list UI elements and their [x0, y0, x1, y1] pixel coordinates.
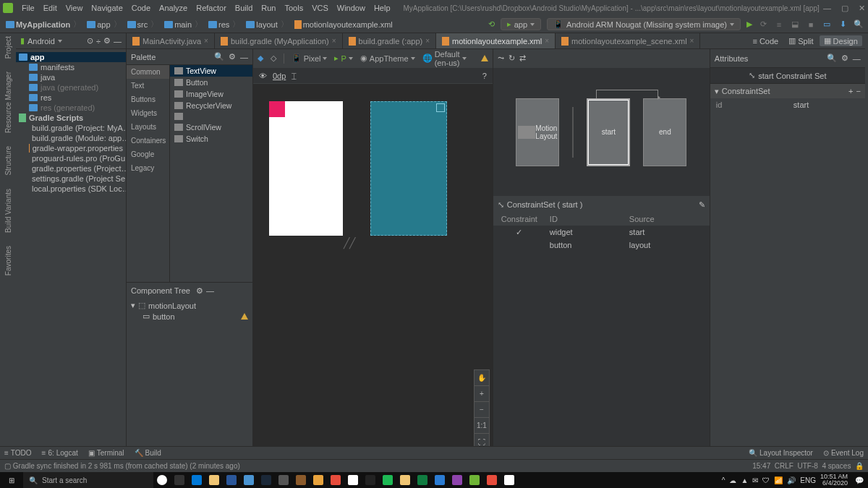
palette-item[interactable]: ScrollView	[170, 121, 252, 133]
tray-icon[interactable]: 🛡	[762, 476, 770, 484]
cs-table-row[interactable]: ✓ widget start	[493, 226, 710, 239]
tool-build[interactable]: 🔨 Build	[135, 449, 161, 457]
blueprint-button[interactable]	[436, 103, 445, 112]
run-icon[interactable]: ▶	[746, 20, 752, 29]
attr-section-header[interactable]: ▾ConstraintSet +−	[710, 84, 865, 98]
editor-tab[interactable]: motionlayoutexample.xml×	[436, 33, 556, 48]
dp-label[interactable]: 0dp	[273, 72, 286, 80]
attr-row[interactable]: id start	[710, 98, 865, 111]
crumb[interactable]: src〉	[126, 19, 162, 30]
close-icon[interactable]: ×	[332, 37, 336, 45]
status-charset[interactable]: UTF-8	[798, 462, 818, 470]
lock-icon[interactable]: 🔒	[855, 462, 864, 470]
close-icon[interactable]: ×	[425, 37, 430, 45]
taskbar-clock[interactable]: 10:51 AM 6/4/2020	[820, 474, 851, 487]
menu-edit[interactable]: Edit	[39, 4, 61, 12]
tray-icon[interactable]: ✉	[752, 476, 758, 484]
project-node[interactable]: manifests	[16, 62, 126, 72]
menu-help[interactable]: Help	[370, 4, 395, 12]
project-node[interactable]: proguard-rules.pro (ProGu…	[16, 153, 126, 163]
tray-icon[interactable]: ▲	[741, 476, 748, 484]
help-icon[interactable]: ?	[482, 72, 487, 80]
palette-category[interactable]: Layouts	[127, 120, 169, 134]
hide-icon[interactable]: —	[114, 37, 122, 46]
remove-icon[interactable]: −	[856, 87, 860, 95]
palette-category[interactable]: Legacy	[127, 161, 169, 175]
status-encoding[interactable]: CRLF	[775, 462, 793, 470]
palette-item[interactable]: Button	[170, 77, 252, 88]
palette-item[interactable]	[170, 111, 252, 121]
hide-icon[interactable]: —	[240, 53, 248, 61]
tool-logcat[interactable]: ≡ 6: Logcat	[42, 449, 78, 457]
eye-icon[interactable]: 👁	[259, 72, 267, 80]
editor-tab[interactable]: MainActivity.java×	[127, 33, 215, 48]
editor-tab[interactable]: build.gradle (MyApplication)×	[215, 33, 343, 48]
close-icon[interactable]: ×	[545, 37, 549, 45]
editor-tab[interactable]: build.gradle (:app)×	[343, 33, 437, 48]
profile-icon[interactable]: ≡	[774, 20, 784, 29]
system-tray[interactable]: ^ ☁ ▲ ✉ 🛡 📶 🔊 ENG 10:51 AM 6/4/2020 💬	[718, 474, 868, 487]
taskbar-app[interactable]	[205, 472, 223, 488]
project-node[interactable]: build.gradle (Module: app…	[16, 133, 126, 143]
taskbar-app[interactable]	[344, 472, 362, 488]
tray-volume-icon[interactable]: 🔊	[787, 476, 796, 484]
theme-select[interactable]: ◉ AppTheme	[360, 53, 415, 63]
minimize-icon[interactable]: —	[823, 4, 831, 13]
taskbar-app[interactable]	[362, 472, 379, 488]
menu-tools[interactable]: Tools	[280, 4, 307, 12]
taskbar-app[interactable]	[414, 472, 431, 488]
design-preview[interactable]	[269, 101, 343, 236]
cycle-icon[interactable]: ↻	[509, 53, 515, 63]
close-icon[interactable]: ×	[690, 37, 694, 45]
palette-category[interactable]: Common	[127, 65, 169, 79]
canvas-body[interactable]: ╱╱ ✋ + − 1:1 ⛶	[253, 84, 493, 459]
tray-expand-icon[interactable]: ^	[722, 476, 726, 484]
taskbar-app[interactable]	[327, 472, 344, 488]
pan-icon[interactable]: ◇	[271, 53, 276, 63]
transition-arrow[interactable]	[593, 90, 661, 100]
tray-lang[interactable]: ENG	[800, 476, 816, 484]
rail-resource-manager[interactable]: Resource Manager	[4, 72, 12, 133]
taskbar-app[interactable]	[466, 472, 483, 488]
chevron-down-icon[interactable]	[58, 40, 62, 43]
gear-icon[interactable]: ⚙	[196, 286, 203, 296]
crumb[interactable]: main〉	[163, 19, 205, 30]
menu-refactor[interactable]: Refactor	[192, 4, 231, 12]
constraint-start-box[interactable]: start	[587, 98, 630, 166]
zoom-in-icon[interactable]: +	[475, 386, 489, 402]
taskbar-app[interactable]	[258, 472, 275, 488]
zoom-out-icon[interactable]: −	[475, 402, 489, 418]
search-icon[interactable]: 🔍	[827, 53, 837, 63]
gear-icon[interactable]: ⚙	[229, 52, 236, 61]
edit-icon[interactable]: ✎	[699, 200, 705, 210]
sdk-icon[interactable]: ⬇	[838, 20, 848, 29]
taskbar-app[interactable]	[240, 472, 258, 488]
crumb[interactable]: res〉	[207, 19, 243, 30]
tree-node-motionlayout[interactable]: ▾⬚motionLayout	[129, 300, 250, 311]
tool-layout-inspector[interactable]: 🔍 Layout Inspector	[749, 449, 813, 457]
cs-table-row[interactable]: button layout	[493, 239, 710, 252]
blueprint-preview[interactable]	[370, 101, 447, 236]
palette-category[interactable]: Text	[127, 79, 169, 93]
menu-navigate[interactable]: Navigate	[87, 4, 127, 12]
menu-analyze[interactable]: Analyze	[155, 4, 192, 12]
zoom-reset-icon[interactable]: 1:1	[475, 418, 489, 434]
taskbar-app[interactable]	[188, 472, 205, 488]
mode-design[interactable]: ▦ Design	[820, 35, 862, 46]
menu-view[interactable]: View	[61, 4, 88, 12]
run-config-dropdown[interactable]: ▸app	[501, 18, 541, 30]
gear-icon[interactable]: ⚙	[841, 53, 848, 63]
device-dropdown[interactable]: 📱Android ARM Nougat (Missing system imag…	[547, 18, 741, 30]
palette-category[interactable]: Google	[127, 147, 169, 161]
taskbar-app[interactable]	[310, 472, 327, 488]
editor-tab[interactable]: motionlayoutexample_scene.xml×	[556, 33, 700, 48]
menu-window[interactable]: Window	[333, 4, 370, 12]
taskbar-search[interactable]: 🔍 Start a search	[23, 472, 153, 488]
project-node[interactable]: app	[16, 52, 126, 62]
project-node[interactable]: build.gradle (Project: MyA…	[16, 123, 126, 133]
hide-icon[interactable]: —	[853, 54, 861, 63]
project-node[interactable]: res	[16, 93, 126, 103]
constraint-end-box[interactable]: end	[643, 98, 686, 166]
select-mode-icon[interactable]: ◆	[258, 53, 263, 63]
rail-favorites[interactable]: Favorites	[4, 246, 12, 275]
